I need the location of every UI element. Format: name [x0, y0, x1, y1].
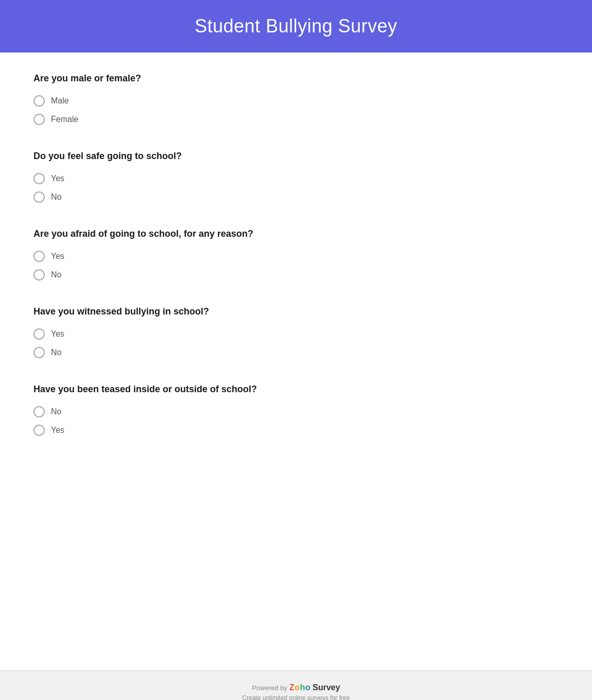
footer-tagline: Create unlimited online surveys for free — [10, 694, 582, 700]
option-label-q5-1: Yes — [51, 426, 64, 435]
option-label-q4-1: No — [51, 348, 61, 357]
option-row-q5-1[interactable]: Yes — [33, 425, 559, 436]
radio-q2-0[interactable] — [33, 173, 45, 184]
radio-q3-0[interactable] — [33, 251, 45, 262]
option-row-q2-1[interactable]: No — [33, 191, 559, 203]
option-label-q2-1: No — [51, 192, 61, 202]
powered-by-row: Powered by Zoho Survey — [10, 683, 582, 692]
option-label-q2-0: Yes — [51, 174, 64, 183]
option-row-q3-0[interactable]: Yes — [33, 251, 559, 262]
powered-by-label: Powered by — [252, 684, 287, 692]
zoho-o2: o — [305, 683, 310, 692]
option-row-q4-1[interactable]: No — [33, 347, 559, 358]
radio-q2-1[interactable] — [33, 191, 45, 203]
option-row-q5-0[interactable]: No — [33, 406, 559, 417]
option-row-q4-0[interactable]: Yes — [33, 328, 559, 340]
option-label-q3-1: No — [51, 270, 61, 279]
option-label-q1-0: Male — [51, 96, 69, 106]
radio-q1-0[interactable] — [33, 95, 45, 107]
zoho-logo[interactable]: Zoho — [289, 683, 310, 692]
radio-q1-1[interactable] — [33, 114, 45, 125]
question-q4: Have you witnessed bullying in school?Ye… — [33, 306, 559, 358]
question-q5: Have you been teased inside or outside o… — [33, 384, 559, 436]
option-label-q3-0: Yes — [51, 252, 64, 261]
radio-q3-1[interactable] — [33, 269, 45, 281]
question-q3-text: Are you afraid of going to school, for a… — [33, 229, 559, 239]
option-label-q1-1: Female — [51, 115, 78, 124]
footer: Powered by Zoho Survey Create unlimited … — [0, 670, 592, 700]
option-row-q3-1[interactable]: No — [33, 269, 559, 281]
radio-q4-1[interactable] — [33, 347, 45, 358]
option-label-q5-0: No — [51, 407, 61, 416]
zoho-z: Z — [289, 683, 294, 692]
question-q3: Are you afraid of going to school, for a… — [33, 229, 559, 281]
option-row-q1-0[interactable]: Male — [33, 95, 559, 107]
option-row-q1-1[interactable]: Female — [33, 114, 559, 125]
question-q2-text: Do you feel safe going to school? — [33, 151, 559, 162]
option-label-q4-0: Yes — [51, 329, 64, 339]
option-row-q2-0[interactable]: Yes — [33, 173, 559, 184]
question-q1-text: Are you male or female? — [33, 73, 559, 84]
radio-q5-1[interactable] — [33, 425, 45, 436]
question-q4-text: Have you witnessed bullying in school? — [33, 306, 559, 317]
zoho-h: h — [300, 683, 305, 692]
question-q2: Do you feel safe going to school?YesNo — [33, 151, 559, 203]
survey-title: Student Bullying Survey — [10, 15, 582, 37]
question-q5-text: Have you been teased inside or outside o… — [33, 384, 559, 395]
survey-body: Are you male or female?MaleFemaleDo you … — [0, 52, 592, 670]
radio-q5-0[interactable] — [33, 406, 45, 417]
zoho-o1: o — [294, 683, 300, 692]
radio-q4-0[interactable] — [33, 328, 45, 340]
question-q1: Are you male or female?MaleFemale — [33, 73, 559, 125]
header: Student Bullying Survey — [0, 0, 592, 52]
survey-word: Survey — [312, 683, 340, 692]
